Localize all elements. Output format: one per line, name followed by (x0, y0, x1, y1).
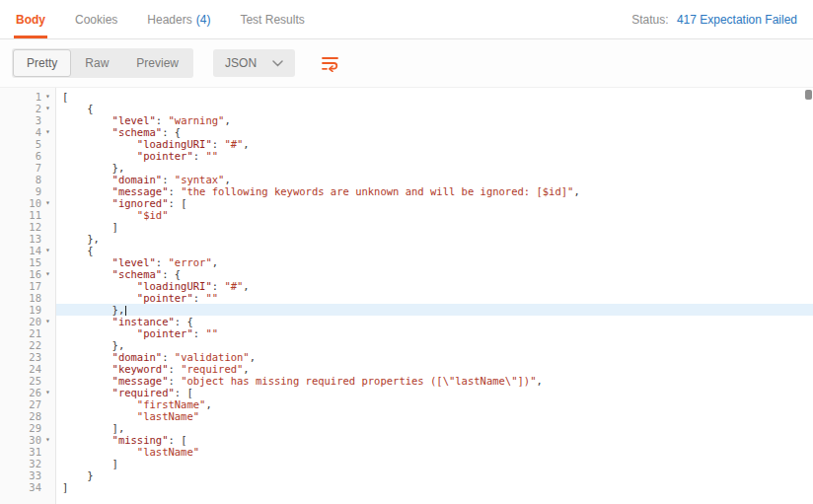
json-punctuation: : (193, 150, 206, 162)
json-punctuation: { (62, 245, 94, 256)
fold-toggle-icon[interactable]: ▾ (41, 387, 54, 398)
code-line[interactable]: { (56, 103, 813, 114)
line-number-text: 33 (12, 469, 41, 481)
code-line[interactable]: "level": "warning", (56, 114, 813, 126)
code-line[interactable]: "domain": "validation", (56, 351, 813, 363)
line-number: 2▾ (0, 103, 55, 114)
code-line[interactable]: "missing": [ (56, 434, 813, 446)
json-string: "firstName" (137, 398, 206, 410)
code-line[interactable]: "lastName" (56, 446, 813, 458)
json-key: "pointer" (137, 327, 193, 339)
tab-body[interactable]: Body (16, 0, 45, 38)
json-punctuation (62, 209, 137, 221)
language-select[interactable]: JSON (213, 49, 295, 77)
code-line[interactable]: [ (56, 91, 813, 103)
line-number-text: 7 (12, 162, 41, 174)
scrollbar-thumb[interactable] (805, 90, 812, 100)
line-number: 18 (0, 292, 55, 304)
code-line[interactable]: "lastName" (56, 410, 813, 422)
json-punctuation: , (224, 174, 230, 185)
line-number: 23 (0, 351, 55, 363)
code-line[interactable]: ] (56, 458, 813, 469)
json-string: "object has missing required properties … (181, 375, 536, 387)
line-number-text: 4 (12, 126, 41, 138)
tab-test-results[interactable]: Test Results (240, 0, 304, 38)
code-line[interactable]: { (56, 245, 813, 256)
response-view-toolbar: Pretty Raw Preview JSON (0, 39, 813, 87)
line-number-text: 22 (12, 339, 41, 351)
json-punctuation: : (156, 256, 169, 268)
view-raw-button[interactable]: Raw (71, 49, 122, 77)
line-number: 17 (0, 280, 55, 292)
tab-cookies[interactable]: Cookies (75, 0, 117, 38)
line-number-text: 34 (12, 481, 41, 493)
line-number-text: 2 (12, 103, 41, 114)
view-preview-button[interactable]: Preview (122, 49, 192, 77)
json-punctuation: }, (62, 304, 124, 316)
view-toggle-group: Pretty Raw Preview (12, 48, 193, 78)
code-line[interactable]: "domain": "syntax", (56, 174, 813, 185)
code-line[interactable]: "message": "object has missing required … (56, 375, 813, 387)
json-string: "" (205, 292, 218, 304)
code-line[interactable]: "firstName", (56, 398, 813, 410)
fold-toggle-icon[interactable]: ▾ (41, 245, 54, 256)
json-punctuation: : (168, 375, 181, 387)
fold-toggle-icon[interactable]: ▾ (41, 197, 54, 209)
fold-toggle-icon[interactable]: ▾ (41, 91, 54, 103)
code-line[interactable]: "schema": { (56, 268, 813, 280)
code-line[interactable]: }, (56, 339, 813, 351)
code-line[interactable]: "loadingURI": "#", (56, 280, 813, 292)
code-line[interactable]: }, (56, 233, 813, 245)
code-line[interactable]: ] (56, 221, 813, 233)
code-line[interactable]: "pointer": "" (56, 150, 813, 162)
code-line[interactable]: "loadingURI": "#", (56, 138, 813, 150)
line-number: 25 (0, 375, 55, 387)
code-line[interactable]: "required": [ (56, 387, 813, 398)
json-string: "lastName" (137, 410, 199, 422)
code-line[interactable]: "schema": { (56, 126, 813, 138)
line-number: 29 (0, 422, 55, 434)
line-number-text: 13 (12, 233, 41, 245)
json-punctuation: : (212, 138, 225, 150)
view-pretty-button[interactable]: Pretty (13, 49, 71, 77)
code-line[interactable]: "message": "the following keywords are u… (56, 185, 813, 197)
json-key: "ignored" (112, 197, 169, 209)
line-number-text: 6 (12, 150, 41, 162)
code-line[interactable]: "instance": { (56, 316, 813, 327)
code-line[interactable]: "pointer": "" (56, 327, 813, 339)
fold-toggle-icon[interactable]: ▾ (41, 268, 54, 280)
line-number: 10▾ (0, 197, 55, 209)
code-line[interactable]: "ignored": [ (56, 197, 813, 209)
json-punctuation (62, 410, 137, 422)
line-number: 3 (0, 114, 55, 126)
line-number-text: 5 (12, 138, 41, 150)
code-line[interactable]: "keyword": "required", (56, 363, 813, 375)
json-punctuation: }, (62, 162, 124, 174)
code-line[interactable]: ] (56, 481, 813, 493)
code-area[interactable]: [ { "level": "warning", "schema": { "loa… (56, 88, 813, 504)
fold-toggle-icon[interactable]: ▾ (41, 434, 54, 446)
json-punctuation: : [ (168, 434, 186, 446)
json-punctuation: : (193, 327, 206, 339)
line-number-text: 23 (12, 351, 41, 363)
line-number-text: 11 (12, 209, 41, 221)
wrap-text-button[interactable] (315, 51, 345, 76)
code-line[interactable]: "level": "error", (56, 256, 813, 268)
fold-toggle-icon[interactable]: ▾ (41, 103, 54, 114)
line-number-text: 9 (12, 185, 41, 197)
line-number-text: 17 (12, 280, 41, 292)
fold-toggle-icon[interactable]: ▾ (41, 316, 54, 327)
json-punctuation: : { (175, 316, 193, 327)
code-line[interactable]: } (56, 469, 813, 481)
code-line[interactable]: ], (56, 422, 813, 434)
fold-toggle-icon[interactable]: ▾ (41, 126, 54, 138)
code-line[interactable]: }, (56, 162, 813, 174)
json-key: "keyword" (112, 363, 169, 375)
json-punctuation (62, 363, 112, 375)
code-line[interactable]: }, (56, 304, 813, 316)
status-code-value: 417 Expectation Failed (677, 13, 797, 27)
code-line[interactable]: "$id" (56, 209, 813, 221)
tab-headers[interactable]: Headers (4) (147, 0, 210, 38)
code-line[interactable]: "pointer": "" (56, 292, 813, 304)
json-punctuation: , (212, 256, 218, 268)
